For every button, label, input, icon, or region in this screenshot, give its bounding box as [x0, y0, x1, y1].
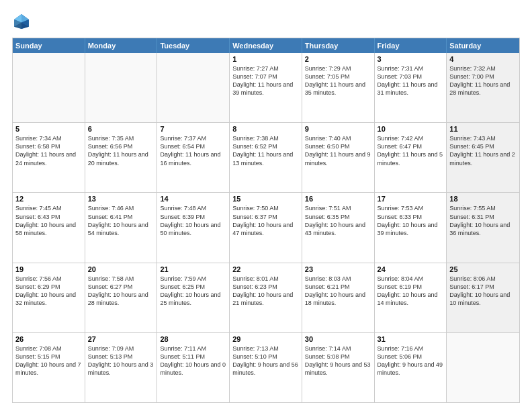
calendar-cell: 5Sunrise: 7:34 AM Sunset: 6:58 PM Daylig…	[13, 123, 85, 192]
calendar-cell: 2Sunrise: 7:29 AM Sunset: 7:05 PM Daylig…	[302, 53, 375, 122]
cell-info: Sunrise: 7:31 AM Sunset: 7:03 PM Dayligh…	[378, 64, 444, 97]
calendar-row: 26Sunrise: 7:08 AM Sunset: 5:15 PM Dayli…	[13, 332, 519, 402]
cell-info: Sunrise: 8:06 AM Sunset: 6:17 PM Dayligh…	[449, 275, 517, 308]
calendar-cell: 10Sunrise: 7:42 AM Sunset: 6:47 PM Dayli…	[375, 123, 447, 192]
day-number: 23	[305, 265, 371, 273]
calendar-cell: 9Sunrise: 7:40 AM Sunset: 6:50 PM Daylig…	[302, 123, 375, 192]
calendar-cell: 12Sunrise: 7:45 AM Sunset: 6:43 PM Dayli…	[13, 193, 85, 262]
day-number: 24	[378, 265, 444, 273]
calendar-row: 5Sunrise: 7:34 AM Sunset: 6:58 PM Daylig…	[13, 122, 519, 192]
cell-info: Sunrise: 7:14 AM Sunset: 5:08 PM Dayligh…	[305, 345, 371, 377]
cell-info: Sunrise: 7:48 AM Sunset: 6:39 PM Dayligh…	[160, 204, 226, 237]
cell-info: Sunrise: 7:53 AM Sunset: 6:33 PM Dayligh…	[378, 204, 444, 237]
calendar-cell: 30Sunrise: 7:14 AM Sunset: 5:08 PM Dayli…	[302, 333, 375, 402]
logo	[12, 12, 34, 31]
cell-info: Sunrise: 7:55 AM Sunset: 6:31 PM Dayligh…	[449, 204, 517, 237]
cell-info: Sunrise: 8:01 AM Sunset: 6:23 PM Dayligh…	[232, 275, 299, 308]
day-number: 3	[378, 55, 444, 63]
calendar-header-day: Saturday	[447, 38, 519, 53]
calendar-cell: 13Sunrise: 7:46 AM Sunset: 6:41 PM Dayli…	[85, 193, 158, 262]
cell-info: Sunrise: 7:32 AM Sunset: 7:00 PM Dayligh…	[449, 64, 517, 97]
calendar-cell: 18Sunrise: 7:55 AM Sunset: 6:31 PM Dayli…	[447, 193, 519, 262]
day-number: 27	[88, 335, 154, 343]
cell-info: Sunrise: 7:16 AM Sunset: 5:06 PM Dayligh…	[378, 345, 444, 377]
calendar-cell: 28Sunrise: 7:11 AM Sunset: 5:11 PM Dayli…	[157, 333, 230, 402]
day-number: 6	[88, 125, 154, 133]
day-number: 7	[160, 125, 226, 133]
day-number: 5	[15, 125, 82, 133]
calendar-cell: 15Sunrise: 7:50 AM Sunset: 6:37 PM Dayli…	[230, 193, 302, 262]
calendar-cell: 29Sunrise: 7:13 AM Sunset: 5:10 PM Dayli…	[230, 333, 302, 402]
calendar-cell: 19Sunrise: 7:56 AM Sunset: 6:29 PM Dayli…	[13, 263, 85, 332]
day-number: 10	[378, 125, 444, 133]
cell-info: Sunrise: 7:43 AM Sunset: 6:45 PM Dayligh…	[449, 134, 517, 167]
cell-info: Sunrise: 7:38 AM Sunset: 6:52 PM Dayligh…	[232, 134, 299, 167]
cell-info: Sunrise: 7:37 AM Sunset: 6:54 PM Dayligh…	[160, 134, 226, 167]
calendar-cell: 24Sunrise: 8:04 AM Sunset: 6:19 PM Dayli…	[375, 263, 447, 332]
day-number: 8	[232, 125, 299, 133]
header	[12, 12, 520, 31]
cell-info: Sunrise: 7:58 AM Sunset: 6:27 PM Dayligh…	[88, 275, 154, 308]
cell-info: Sunrise: 7:13 AM Sunset: 5:10 PM Dayligh…	[232, 345, 299, 377]
cell-info: Sunrise: 7:46 AM Sunset: 6:41 PM Dayligh…	[88, 204, 154, 237]
calendar-cell: 14Sunrise: 7:48 AM Sunset: 6:39 PM Dayli…	[157, 193, 230, 262]
calendar-cell	[13, 53, 85, 122]
cell-info: Sunrise: 8:03 AM Sunset: 6:21 PM Dayligh…	[305, 275, 371, 308]
day-number: 19	[15, 265, 82, 273]
calendar-cell: 6Sunrise: 7:35 AM Sunset: 6:56 PM Daylig…	[85, 123, 158, 192]
calendar-cell: 17Sunrise: 7:53 AM Sunset: 6:33 PM Dayli…	[375, 193, 447, 262]
logo-icon	[12, 12, 31, 31]
calendar-header: SundayMondayTuesdayWednesdayThursdayFrid…	[13, 38, 519, 53]
calendar-header-day: Thursday	[302, 38, 375, 53]
calendar-cell: 3Sunrise: 7:31 AM Sunset: 7:03 PM Daylig…	[375, 53, 447, 122]
calendar-header-day: Monday	[85, 38, 158, 53]
cell-info: Sunrise: 7:34 AM Sunset: 6:58 PM Dayligh…	[15, 134, 82, 167]
day-number: 20	[88, 265, 154, 273]
cell-info: Sunrise: 7:59 AM Sunset: 6:25 PM Dayligh…	[160, 275, 226, 308]
calendar-body: 1Sunrise: 7:27 AM Sunset: 7:07 PM Daylig…	[13, 53, 519, 402]
calendar-header-day: Tuesday	[157, 38, 230, 53]
page: SundayMondayTuesdayWednesdayThursdayFrid…	[0, 0, 532, 411]
cell-info: Sunrise: 7:08 AM Sunset: 5:15 PM Dayligh…	[15, 345, 82, 377]
day-number: 21	[160, 265, 226, 273]
day-number: 15	[232, 195, 299, 203]
day-number: 28	[160, 335, 226, 343]
day-number: 25	[449, 265, 517, 273]
day-number: 14	[160, 195, 226, 203]
day-number: 13	[88, 195, 154, 203]
calendar-cell: 16Sunrise: 7:51 AM Sunset: 6:35 PM Dayli…	[302, 193, 375, 262]
day-number: 17	[378, 195, 444, 203]
calendar-cell: 26Sunrise: 7:08 AM Sunset: 5:15 PM Dayli…	[13, 333, 85, 402]
cell-info: Sunrise: 7:45 AM Sunset: 6:43 PM Dayligh…	[15, 204, 82, 237]
calendar-cell	[447, 333, 519, 402]
calendar-cell	[85, 53, 158, 122]
cell-info: Sunrise: 7:29 AM Sunset: 7:05 PM Dayligh…	[305, 64, 371, 97]
calendar-cell: 11Sunrise: 7:43 AM Sunset: 6:45 PM Dayli…	[447, 123, 519, 192]
calendar: SundayMondayTuesdayWednesdayThursdayFrid…	[12, 38, 520, 403]
cell-info: Sunrise: 7:42 AM Sunset: 6:47 PM Dayligh…	[378, 134, 444, 167]
calendar-row: 1Sunrise: 7:27 AM Sunset: 7:07 PM Daylig…	[13, 53, 519, 122]
calendar-cell: 7Sunrise: 7:37 AM Sunset: 6:54 PM Daylig…	[157, 123, 230, 192]
day-number: 30	[305, 335, 371, 343]
cell-info: Sunrise: 7:27 AM Sunset: 7:07 PM Dayligh…	[232, 64, 299, 97]
day-number: 18	[449, 195, 517, 203]
calendar-cell: 31Sunrise: 7:16 AM Sunset: 5:06 PM Dayli…	[375, 333, 447, 402]
day-number: 26	[15, 335, 82, 343]
cell-info: Sunrise: 7:56 AM Sunset: 6:29 PM Dayligh…	[15, 275, 82, 308]
calendar-header-day: Wednesday	[230, 38, 302, 53]
cell-info: Sunrise: 7:35 AM Sunset: 6:56 PM Dayligh…	[88, 134, 154, 167]
day-number: 31	[378, 335, 444, 343]
calendar-cell: 25Sunrise: 8:06 AM Sunset: 6:17 PM Dayli…	[447, 263, 519, 332]
calendar-cell: 20Sunrise: 7:58 AM Sunset: 6:27 PM Dayli…	[85, 263, 158, 332]
calendar-header-day: Sunday	[13, 38, 85, 53]
cell-info: Sunrise: 8:04 AM Sunset: 6:19 PM Dayligh…	[378, 275, 444, 308]
cell-info: Sunrise: 7:40 AM Sunset: 6:50 PM Dayligh…	[305, 134, 371, 167]
calendar-cell: 27Sunrise: 7:09 AM Sunset: 5:13 PM Dayli…	[85, 333, 158, 402]
calendar-cell: 4Sunrise: 7:32 AM Sunset: 7:00 PM Daylig…	[447, 53, 519, 122]
day-number: 22	[232, 265, 299, 273]
day-number: 11	[449, 125, 517, 133]
cell-info: Sunrise: 7:09 AM Sunset: 5:13 PM Dayligh…	[88, 345, 154, 377]
calendar-header-day: Friday	[375, 38, 447, 53]
calendar-cell: 22Sunrise: 8:01 AM Sunset: 6:23 PM Dayli…	[230, 263, 302, 332]
day-number: 29	[232, 335, 299, 343]
